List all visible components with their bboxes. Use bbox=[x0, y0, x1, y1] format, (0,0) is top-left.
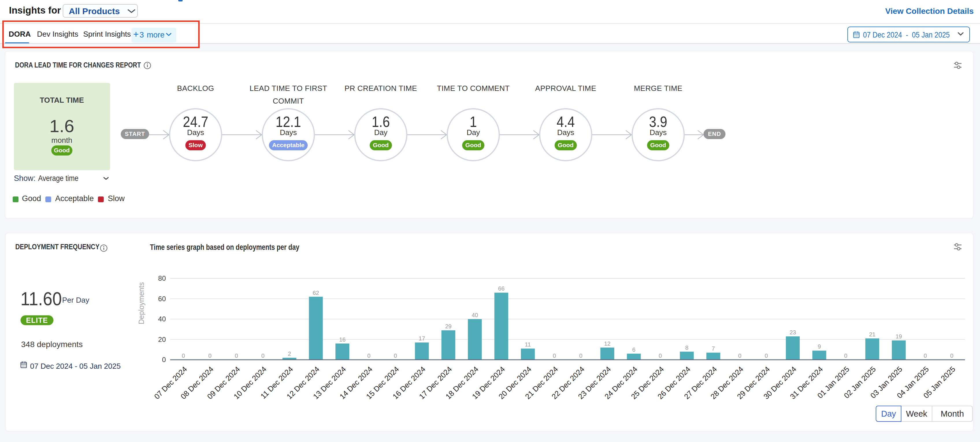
svg-text:0: 0 bbox=[261, 353, 264, 359]
svg-text:0: 0 bbox=[579, 353, 582, 359]
svg-text:40: 40 bbox=[158, 315, 166, 323]
svg-text:17: 17 bbox=[418, 335, 425, 342]
svg-text:20: 20 bbox=[158, 336, 166, 343]
svg-text:8: 8 bbox=[685, 344, 689, 351]
svg-text:40: 40 bbox=[471, 312, 478, 318]
svg-text:0: 0 bbox=[235, 353, 238, 359]
svg-text:9: 9 bbox=[818, 343, 821, 350]
svg-text:Deployments: Deployments bbox=[137, 282, 145, 324]
svg-text:0: 0 bbox=[738, 353, 741, 359]
svg-text:0: 0 bbox=[367, 353, 371, 359]
svg-text:29: 29 bbox=[445, 323, 452, 330]
svg-text:6: 6 bbox=[632, 347, 635, 353]
svg-text:0: 0 bbox=[162, 356, 166, 364]
svg-text:11: 11 bbox=[525, 341, 531, 348]
svg-text:21: 21 bbox=[869, 331, 875, 337]
svg-text:0: 0 bbox=[950, 353, 953, 359]
svg-text:80: 80 bbox=[158, 274, 166, 282]
svg-text:0: 0 bbox=[924, 353, 927, 359]
svg-text:0: 0 bbox=[394, 353, 397, 359]
svg-text:0: 0 bbox=[182, 353, 185, 359]
svg-text:23: 23 bbox=[790, 329, 796, 336]
svg-text:0: 0 bbox=[553, 353, 556, 359]
svg-text:62: 62 bbox=[313, 290, 319, 296]
svg-text:0: 0 bbox=[659, 353, 662, 359]
svg-text:60: 60 bbox=[158, 295, 166, 303]
svg-text:12: 12 bbox=[604, 341, 611, 347]
svg-text:16: 16 bbox=[339, 336, 345, 343]
svg-text:0: 0 bbox=[208, 353, 212, 359]
svg-text:66: 66 bbox=[498, 285, 504, 291]
svg-text:19: 19 bbox=[896, 333, 902, 340]
svg-text:7: 7 bbox=[711, 345, 715, 352]
svg-text:2: 2 bbox=[288, 350, 291, 357]
svg-text:0: 0 bbox=[765, 353, 768, 359]
svg-text:0: 0 bbox=[844, 353, 847, 359]
